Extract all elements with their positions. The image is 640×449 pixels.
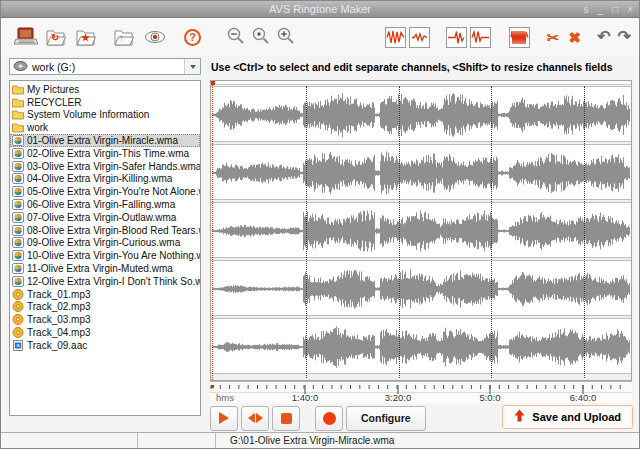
waveform-area[interactable] <box>210 80 632 381</box>
wave-trim-end-button[interactable] <box>470 27 491 48</box>
file-list-item[interactable]: 08-Olive Extra Virgin-Blood Red Tears.wm… <box>10 224 200 237</box>
device-icon <box>14 26 38 48</box>
file-list-item[interactable]: Track_01.mp3 <box>10 288 200 301</box>
preview-button[interactable] <box>143 26 167 48</box>
file-list-item[interactable]: System Volume Information <box>10 109 200 122</box>
record-icon <box>323 412 336 425</box>
waveform-trim-end-icon <box>471 28 490 47</box>
zoom-in-button[interactable] <box>275 25 297 50</box>
file-list-item[interactable]: 09-Olive Extra Virgin-Curious.wma <box>10 237 200 250</box>
waveform-channel[interactable] <box>211 86 631 142</box>
file-list-item[interactable]: Track_04.mp3 <box>10 326 200 339</box>
redo-button[interactable]: ↷ <box>618 29 631 45</box>
position-marker <box>399 86 400 378</box>
drive-selector[interactable]: work (G:) <box>9 58 201 75</box>
file-list-item[interactable]: Track_03.mp3 <box>10 313 200 326</box>
mp3-file-icon <box>12 301 24 312</box>
skin-button[interactable]: s <box>584 1 589 18</box>
eye-icon <box>143 26 167 48</box>
folder-icon <box>12 84 24 95</box>
waveform-channel[interactable] <box>211 318 631 374</box>
file-list-item[interactable]: 01-Olive Extra Virgin-Miracle.wma <box>10 134 200 147</box>
file-label: 01-Olive Extra Virgin-Miracle.wma <box>27 135 178 146</box>
file-label: work <box>27 122 48 133</box>
zoom-in-icon <box>275 25 297 50</box>
up-arrow-glyph: ↑ <box>119 32 124 43</box>
wma-file-icon <box>12 250 24 261</box>
playback-cursor-cap <box>211 81 215 85</box>
close-button[interactable]: × <box>627 1 633 18</box>
wma-file-icon <box>12 148 24 159</box>
wave-select-fragment-button[interactable] <box>409 27 430 48</box>
file-list-item[interactable]: RECYCLER <box>10 96 200 109</box>
upload-folder-button[interactable]: ↑ <box>112 26 136 48</box>
open-favorites-button[interactable]: ★ <box>74 26 98 48</box>
cut-button[interactable]: ✂ <box>547 30 560 45</box>
wma-file-icon <box>12 225 24 236</box>
folder-open-icon: ↻ <box>44 26 68 48</box>
help-button[interactable]: ? <box>184 29 201 46</box>
file-label: 10-Olive Extra Virgin-You Are Nothing.wm… <box>27 250 201 261</box>
aac-file-icon: a <box>12 340 24 351</box>
folder-icon <box>12 122 24 133</box>
wave-trim-start-button[interactable] <box>446 27 467 48</box>
position-marker <box>584 86 585 378</box>
file-list[interactable]: My PicturesRECYCLERSystem Volume Informa… <box>9 80 201 416</box>
maximize-button[interactable]: □ <box>612 1 618 18</box>
mp3-file-icon <box>12 289 24 300</box>
send-to-device-button[interactable] <box>14 26 38 48</box>
record-button[interactable] <box>315 406 343 431</box>
file-list-item[interactable]: My Pictures <box>10 83 200 96</box>
open-file-button[interactable]: ↻ <box>44 26 68 48</box>
drive-selector-dropdown-button[interactable] <box>184 59 200 74</box>
configure-button[interactable]: Configure <box>346 406 426 431</box>
wma-file-icon <box>12 199 24 210</box>
main-area: work (G:) My PicturesRECYCLERSystem Volu… <box>1 56 639 432</box>
file-list-item[interactable]: 03-Olive Extra Virgin-Safer Hands.wma <box>10 160 200 173</box>
wave-select-all-button[interactable] <box>385 27 406 48</box>
wma-file-icon <box>12 186 24 197</box>
play-selection-button[interactable] <box>241 406 269 431</box>
chevron-down-icon <box>190 65 196 69</box>
timeline-unit-label: hms <box>216 392 234 403</box>
file-list-item[interactable]: 06-Olive Extra Virgin-Falling.wma <box>10 198 200 211</box>
window-title: AVS Ringtone Maker <box>1 3 639 15</box>
waveform-channel[interactable] <box>211 144 631 200</box>
file-label: Track_02.mp3 <box>27 301 91 312</box>
play-button[interactable] <box>210 406 238 431</box>
file-list-item[interactable]: 04-Olive Extra Virgin-Killing.wma <box>10 173 200 186</box>
timeline-tick-strip[interactable] <box>210 381 632 393</box>
file-list-item[interactable]: Track_02.mp3 <box>10 301 200 314</box>
mp3-file-icon <box>12 314 24 325</box>
file-label: 06-Olive Extra Virgin-Falling.wma <box>27 199 175 210</box>
waveform-channel[interactable] <box>211 260 631 316</box>
minimize-button[interactable]: _ <box>598 1 604 18</box>
timeline[interactable]: hms 1:40:03:20:05:0:06:40:0 <box>210 381 632 403</box>
wma-file-icon <box>12 135 24 146</box>
delete-x-icon: ✖ <box>569 30 582 45</box>
file-list-item[interactable]: work <box>10 121 200 134</box>
playback-cursor[interactable] <box>212 81 213 380</box>
zoom-reset-button[interactable] <box>250 25 272 50</box>
titlebar[interactable]: AVS Ringtone Maker s _ □ × <box>1 1 639 18</box>
stop-button[interactable] <box>272 406 300 431</box>
file-list-item[interactable]: 11-Olive Extra Virgin-Muted.wma <box>10 262 200 275</box>
wave-dense-button[interactable] <box>509 27 530 48</box>
file-list-item[interactable]: 07-Olive Extra Virgin-Outlaw.wma <box>10 211 200 224</box>
file-label: 08-Olive Extra Virgin-Blood Red Tears.wm… <box>27 225 201 236</box>
file-list-item[interactable]: 12-Olive Extra Virgin-I Don't Think So.w… <box>10 275 200 288</box>
save-and-upload-button[interactable]: Save and Upload <box>502 405 633 429</box>
waveform-channel[interactable] <box>211 202 631 258</box>
toolbar: ↻ ★ ↑ ? <box>1 18 639 56</box>
zoom-out-button[interactable] <box>225 25 247 50</box>
file-list-item[interactable]: aTrack_09.aac <box>10 339 200 352</box>
delete-button[interactable]: ✖ <box>569 30 582 45</box>
timeline-ticks <box>210 384 632 396</box>
file-list-item[interactable]: 05-Olive Extra Virgin-You're Not Alone.w… <box>10 185 200 198</box>
undo-button[interactable]: ↶ <box>597 29 610 45</box>
wma-file-icon <box>12 276 24 287</box>
waveform-trim-start-icon <box>447 28 466 47</box>
file-list-item[interactable]: 02-Olive Extra Virgin-This Time.wma <box>10 147 200 160</box>
file-list-item[interactable]: 10-Olive Extra Virgin-You Are Nothing.wm… <box>10 249 200 262</box>
wma-file-icon <box>12 212 24 223</box>
